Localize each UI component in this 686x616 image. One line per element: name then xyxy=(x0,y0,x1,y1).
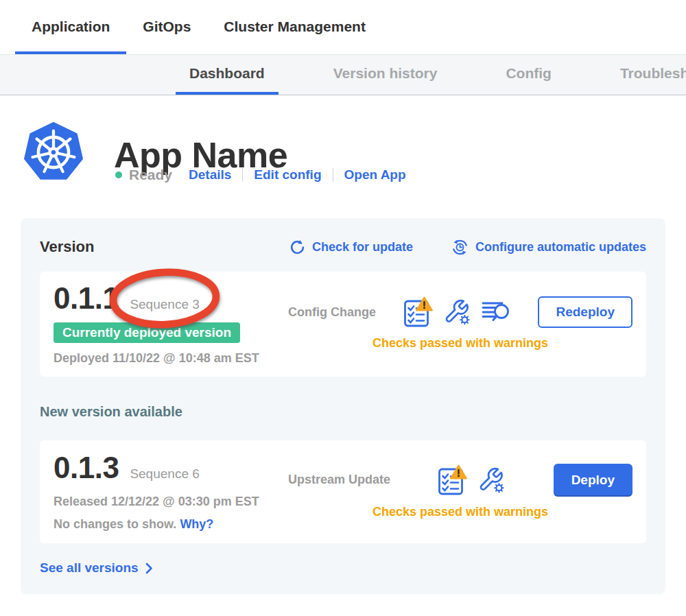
no-changes-text: No changes to show. xyxy=(54,517,176,531)
tab-config[interactable]: Config xyxy=(492,55,565,95)
kubernetes-logo xyxy=(22,121,85,184)
preflight-checks-icon[interactable] xyxy=(438,464,468,496)
see-all-versions-label: See all versions xyxy=(40,560,139,576)
auto-update-clock-icon xyxy=(451,239,469,256)
tab-troubleshoot[interactable]: Troubleshoot xyxy=(606,55,686,95)
version-section-title: Version xyxy=(40,238,94,256)
deploy-button[interactable]: Deploy xyxy=(554,464,632,497)
divider xyxy=(242,168,243,182)
nav-tab-gitops[interactable]: GitOps xyxy=(126,2,207,54)
current-version-icons xyxy=(403,296,510,328)
current-version-source: Config Change xyxy=(288,305,376,320)
divider xyxy=(333,168,333,182)
app-status-row: Ready Details Edit config Open App xyxy=(115,167,406,183)
open-app-link[interactable]: Open App xyxy=(344,167,406,182)
new-version-heading: New version available xyxy=(40,404,646,420)
release-notes-search-icon[interactable] xyxy=(482,300,510,324)
sub-nav: Dashboard Version history Config Trouble… xyxy=(0,54,686,95)
current-version-actions: Config Change xyxy=(288,296,632,351)
available-version-card: 0.1.3 Sequence 6 Released 12/12/22 @ 03:… xyxy=(40,440,646,543)
see-all-versions-link[interactable]: See all versions xyxy=(40,560,646,576)
config-wrench-icon[interactable] xyxy=(477,466,506,494)
status-label: Ready xyxy=(129,167,172,183)
nav-tab-cluster-management[interactable]: Cluster Management xyxy=(207,2,382,54)
no-changes-line: No changes to show. Why? xyxy=(54,517,259,532)
deployed-timestamp: Deployed 11/10/22 @ 10:48 am EST xyxy=(54,351,259,366)
current-version-number: 0.1.1 xyxy=(54,281,119,316)
available-version-actions: Upstream Update xyxy=(288,464,632,519)
status-dot-icon xyxy=(115,171,122,178)
tab-version-history[interactable]: Version history xyxy=(320,55,451,95)
config-wrench-icon[interactable] xyxy=(443,298,472,326)
chevron-right-icon xyxy=(145,562,153,574)
released-timestamp: Released 12/12/22 @ 03:30 pm EST xyxy=(54,495,259,509)
available-version-source: Upstream Update xyxy=(288,473,390,487)
available-version-checks-status[interactable]: Checks passed with warnings xyxy=(372,505,548,519)
details-link[interactable]: Details xyxy=(189,167,231,182)
current-version-checks-status[interactable]: Checks passed with warnings xyxy=(372,336,548,351)
page: Application GitOps Cluster Management Da… xyxy=(0,0,686,616)
refresh-icon xyxy=(289,239,305,255)
top-nav: Application GitOps Cluster Management xyxy=(0,0,686,54)
app-header: App Name Ready Details Edit config Open … xyxy=(0,95,686,218)
version-header: Version Check for update xyxy=(40,236,646,258)
version-header-links: Check for update Configure automatic upd… xyxy=(289,239,646,256)
check-for-update-link[interactable]: Check for update xyxy=(289,239,413,256)
current-version-card: 0.1.1 Sequence 3 Currently deployed vers… xyxy=(40,272,646,377)
deployed-badge: Currently deployed version xyxy=(54,322,240,343)
configure-automatic-updates-label: Configure automatic updates xyxy=(475,240,646,254)
tab-dashboard[interactable]: Dashboard xyxy=(176,55,279,95)
why-link[interactable]: Why? xyxy=(180,517,213,531)
available-version-sequence: Sequence 6 xyxy=(130,466,199,482)
check-for-update-label: Check for update xyxy=(312,240,413,254)
available-version-number: 0.1.3 xyxy=(54,451,119,485)
version-section: Version Check for update xyxy=(21,218,665,594)
current-version-info: 0.1.1 Sequence 3 Currently deployed vers… xyxy=(54,281,259,366)
available-version-info: 0.1.3 Sequence 6 Released 12/12/22 @ 03:… xyxy=(54,451,259,532)
current-version-sequence: Sequence 3 xyxy=(130,297,199,312)
configure-automatic-updates-link[interactable]: Configure automatic updates xyxy=(451,239,646,256)
redeploy-button[interactable]: Redeploy xyxy=(538,296,632,328)
edit-config-link[interactable]: Edit config xyxy=(254,167,321,182)
available-version-icons xyxy=(438,464,506,496)
nav-tab-application[interactable]: Application xyxy=(15,2,126,54)
preflight-checks-icon[interactable] xyxy=(403,296,434,328)
